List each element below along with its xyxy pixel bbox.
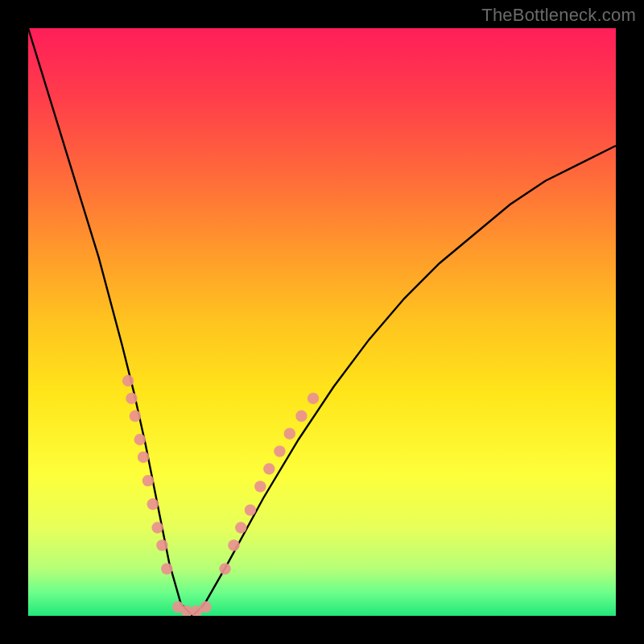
svg-point-1: [126, 393, 137, 404]
svg-point-16: [235, 522, 246, 533]
bottleneck-curve: [28, 28, 616, 616]
svg-point-22: [295, 411, 307, 422]
svg-point-8: [156, 539, 167, 551]
watermark-label: TheBottleneck.com: [481, 5, 636, 26]
svg-point-3: [134, 434, 146, 445]
svg-point-20: [274, 445, 285, 456]
marker-dots: [122, 375, 319, 616]
svg-point-2: [130, 411, 141, 422]
svg-point-15: [228, 539, 239, 551]
chart-frame: TheBottleneck.com: [0, 0, 644, 644]
svg-point-23: [308, 393, 319, 404]
curve-svg: [28, 28, 616, 616]
svg-point-5: [142, 475, 154, 486]
plot-area: [28, 28, 616, 616]
svg-point-17: [245, 504, 256, 515]
svg-point-21: [284, 428, 295, 440]
svg-point-6: [147, 498, 159, 510]
svg-point-13: [200, 601, 211, 613]
svg-point-14: [219, 563, 230, 574]
svg-point-7: [151, 522, 163, 533]
svg-point-9: [161, 563, 172, 574]
svg-point-18: [254, 481, 266, 492]
svg-point-19: [263, 463, 275, 474]
svg-point-4: [138, 452, 149, 463]
svg-point-0: [122, 375, 134, 386]
